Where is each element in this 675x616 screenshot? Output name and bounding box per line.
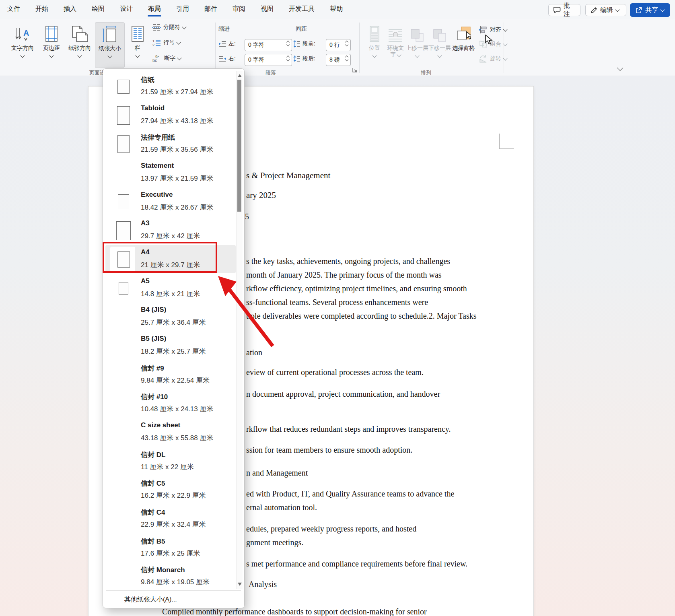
breaks-icon bbox=[152, 23, 161, 31]
indent-left-spinner[interactable] bbox=[287, 40, 289, 46]
indent-right-label: 右: bbox=[218, 55, 236, 62]
indent-right-input[interactable]: 0 字符 bbox=[245, 54, 292, 66]
paper-size-option[interactable]: 信封 #99.84 厘米 x 22.54 厘米 bbox=[105, 361, 236, 389]
breaks-button[interactable]: 分隔符 bbox=[152, 23, 186, 31]
ribbon-tab[interactable]: 绘图 bbox=[90, 3, 106, 16]
ribbon-tab[interactable]: 引用 bbox=[175, 3, 191, 16]
text-direction-icon: A bbox=[14, 24, 31, 42]
paper-size-option[interactable]: C size sheet43.18 厘米 x 55.88 厘米 bbox=[105, 418, 236, 446]
document-text-line: edules, prepared weekly progress reports… bbox=[246, 524, 416, 534]
chevron-down-icon bbox=[182, 25, 186, 29]
paper-size-name: A3 bbox=[141, 219, 150, 227]
paper-size-option[interactable]: 信封 DL11 厘米 x 22 厘米 bbox=[105, 447, 236, 475]
ribbon-tab[interactable]: 设计 bbox=[118, 3, 134, 16]
scrollbar-thumb[interactable] bbox=[237, 80, 241, 212]
paper-size-dimensions: 14.8 厘米 x 21 厘米 bbox=[141, 289, 200, 299]
position-button[interactable]: 位置 bbox=[364, 22, 385, 68]
spacing-before-spinner[interactable] bbox=[346, 40, 348, 46]
paper-size-dimensions: 9.84 厘米 x 22.54 厘米 bbox=[141, 376, 210, 385]
document-text-line: n document approval, project communicati… bbox=[246, 389, 440, 399]
columns-button[interactable]: 栏 bbox=[127, 22, 148, 68]
selection-pane-button[interactable]: 选择窗格 bbox=[451, 22, 476, 68]
position-label: 位置 bbox=[369, 45, 380, 52]
ribbon: A 文字方向 页边距 纸张方向 纸张大小 bbox=[0, 19, 675, 76]
paper-size-dimensions: 21.59 厘米 x 35.56 厘米 bbox=[141, 145, 213, 154]
share-button[interactable]: 共享 bbox=[630, 3, 670, 17]
chevron-down-icon bbox=[20, 53, 25, 58]
paper-icon bbox=[117, 106, 130, 125]
spacing-before-label: 段前: bbox=[293, 40, 315, 47]
paper-size-name: C size sheet bbox=[141, 421, 180, 429]
chevron-down-icon bbox=[372, 53, 377, 58]
paragraph-dialog-launcher[interactable] bbox=[352, 67, 358, 73]
selection-pane-icon bbox=[456, 24, 471, 42]
margin-crop-mark bbox=[499, 134, 500, 149]
ribbon-tab[interactable]: 开发工具 bbox=[287, 3, 316, 16]
ribbon-tab[interactable]: 布局 bbox=[146, 3, 163, 16]
paper-size-option[interactable]: 信封 Monarch9.84 厘米 x 19.05 厘米 bbox=[105, 562, 236, 590]
ribbon-tab[interactable]: 开始 bbox=[34, 3, 50, 16]
wrap-text-label: 环绕文字 bbox=[387, 45, 404, 58]
hyphenation-button[interactable]: a-bc 断字 bbox=[152, 54, 181, 63]
ribbon-tabs: 文件开始插入绘图设计布局引用邮件审阅视图开发工具帮助 bbox=[6, 3, 344, 16]
paper-icon bbox=[118, 194, 129, 209]
scroll-up-icon[interactable] bbox=[238, 74, 242, 77]
more-paper-sizes-label: 其他纸张大小(A)... bbox=[124, 595, 177, 604]
more-paper-sizes-item[interactable]: 其他纸张大小(A)... bbox=[106, 590, 241, 608]
paper-size-option[interactable]: 信封 C516.2 厘米 x 22.9 厘米 bbox=[105, 476, 236, 504]
paper-size-option[interactable]: 法律专用纸21.59 厘米 x 35.56 厘米 bbox=[105, 130, 236, 158]
paper-size-button[interactable]: 纸张大小 bbox=[95, 22, 125, 68]
bring-forward-button[interactable]: 上移一层 bbox=[406, 22, 428, 68]
line-numbers-button[interactable]: 12 行号 bbox=[152, 39, 180, 47]
margins-icon bbox=[44, 24, 59, 42]
indent-right-spinner[interactable] bbox=[287, 55, 289, 61]
paper-size-name: B5 (JIS) bbox=[141, 335, 166, 343]
rotate-button[interactable]: 旋转 bbox=[479, 55, 507, 63]
collapse-ribbon-button[interactable] bbox=[618, 64, 622, 72]
paper-size-option[interactable]: 信纸21.59 厘米 x 27.94 厘米 bbox=[105, 72, 236, 100]
spacing-after-input[interactable]: 8 磅 bbox=[326, 54, 351, 66]
ribbon-tab[interactable]: 视图 bbox=[259, 3, 275, 16]
paper-size-name: 信封 DL bbox=[141, 450, 165, 459]
spacing-after-spinner[interactable] bbox=[346, 55, 348, 61]
paper-size-option[interactable]: Tabloid27.94 厘米 x 43.18 厘米 bbox=[105, 101, 236, 129]
document-text-line: gnment meetings. bbox=[246, 538, 303, 547]
paragraph-group-label: 段落 bbox=[265, 69, 276, 76]
mouse-cursor bbox=[485, 35, 494, 45]
paper-size-option[interactable]: 信封 B517.6 厘米 x 25 厘米 bbox=[105, 534, 236, 562]
ribbon-tab[interactable]: 邮件 bbox=[203, 3, 219, 16]
text-direction-button[interactable]: A 文字方向 bbox=[7, 22, 38, 68]
paper-size-dimensions: 25.7 厘米 x 36.4 厘米 bbox=[141, 318, 206, 327]
paper-size-name: B4 (JIS) bbox=[141, 306, 166, 314]
wrap-text-button[interactable]: 环绕文字 bbox=[385, 22, 406, 68]
annotation-arrow bbox=[201, 253, 282, 354]
paper-size-option[interactable]: 信封 C422.9 厘米 x 32.4 厘米 bbox=[105, 505, 236, 533]
send-backward-button[interactable]: 下移一层 bbox=[428, 22, 451, 68]
comments-button[interactable]: 批注 bbox=[548, 4, 580, 16]
indent-left-input[interactable]: 0 字符 bbox=[245, 39, 292, 51]
svg-text:bc: bc bbox=[152, 58, 157, 63]
ribbon-tab[interactable]: 文件 bbox=[6, 3, 22, 16]
paper-size-option[interactable]: Statement13.97 厘米 x 21.59 厘米 bbox=[105, 159, 236, 187]
paper-size-name: 法律专用纸 bbox=[141, 133, 175, 142]
paper-size-option[interactable]: Executive18.42 厘米 x 26.67 厘米 bbox=[105, 187, 236, 216]
share-label: 共享 bbox=[645, 6, 658, 14]
orientation-button[interactable]: 纸张方向 bbox=[65, 22, 94, 68]
ribbon-tab[interactable]: 审阅 bbox=[231, 3, 247, 16]
line-numbers-icon: 12 bbox=[152, 39, 161, 47]
paper-icon bbox=[119, 282, 128, 295]
ribbon-tab[interactable]: 插入 bbox=[62, 3, 78, 16]
paper-size-dimensions: 21.59 厘米 x 27.94 厘米 bbox=[141, 87, 213, 97]
margins-button[interactable]: 页边距 bbox=[39, 22, 64, 68]
edit-mode-button[interactable]: 编辑 bbox=[585, 4, 626, 16]
spacing-before-input[interactable]: 0 行 bbox=[326, 39, 351, 51]
paper-size-option[interactable]: 信封 #1010.48 厘米 x 24.13 厘米 bbox=[105, 389, 236, 417]
ribbon-tab[interactable]: 帮助 bbox=[328, 3, 344, 16]
bring-forward-icon bbox=[410, 24, 424, 42]
chevron-down-icon bbox=[615, 7, 619, 12]
margin-crop-mark bbox=[499, 148, 514, 149]
scroll-down-icon[interactable] bbox=[238, 583, 242, 586]
align-button[interactable]: 对齐 bbox=[479, 26, 507, 34]
paper-size-option[interactable]: A329.7 厘米 x 42 厘米 bbox=[105, 216, 236, 244]
chevron-down-icon bbox=[177, 56, 181, 60]
